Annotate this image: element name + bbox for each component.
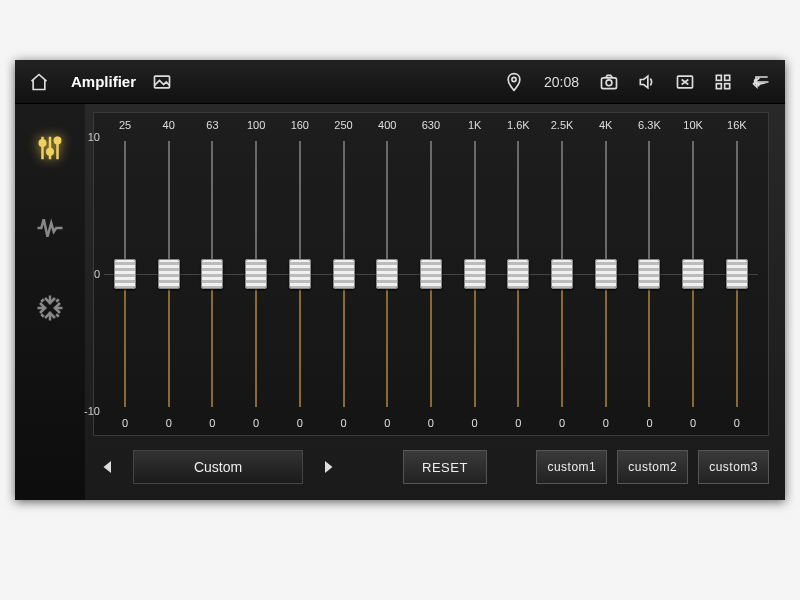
band-value: 0 (718, 417, 756, 429)
tick-max: 10 (80, 131, 100, 143)
eq-slider[interactable] (587, 135, 625, 413)
eq-slider[interactable] (193, 135, 231, 413)
freq-label: 250 (325, 119, 363, 131)
slider-knob[interactable] (551, 259, 573, 289)
freq-label: 630 (412, 119, 450, 131)
clock: 20:08 (544, 74, 579, 90)
preset-display[interactable]: Custom (133, 450, 303, 484)
svg-point-3 (606, 79, 612, 85)
body: 2540631001602504006301K1.6K2.5K4K6.3K10K… (15, 104, 785, 500)
slider-knob[interactable] (464, 259, 486, 289)
eq-slider[interactable] (237, 135, 275, 413)
band-value: 0 (325, 417, 363, 429)
preset-prev-button[interactable] (93, 452, 123, 482)
value-labels-row: 000000000000000 (104, 417, 758, 429)
slider-knob[interactable] (595, 259, 617, 289)
preset-next-button[interactable] (313, 452, 343, 482)
svg-point-9 (40, 140, 46, 146)
band-value: 0 (106, 417, 144, 429)
freq-label: 63 (193, 119, 231, 131)
svg-rect-5 (716, 75, 721, 80)
grid-icon[interactable] (711, 70, 735, 94)
band-value: 0 (193, 417, 231, 429)
freq-label: 40 (150, 119, 188, 131)
freq-labels-row: 2540631001602504006301K1.6K2.5K4K6.3K10K… (104, 119, 758, 131)
eq-slider[interactable] (281, 135, 319, 413)
band-value: 0 (674, 417, 712, 429)
freq-label: 160 (281, 119, 319, 131)
freq-label: 10K (674, 119, 712, 131)
eq-slider[interactable] (106, 135, 144, 413)
eq-slider[interactable] (718, 135, 756, 413)
sidebar-item-eq[interactable] (30, 128, 70, 168)
freq-label: 400 (368, 119, 406, 131)
svg-rect-8 (725, 83, 730, 88)
custom3-button[interactable]: custom3 (698, 450, 769, 484)
reset-button[interactable]: RESET (403, 450, 487, 484)
home-icon[interactable] (27, 70, 51, 94)
eq-slider[interactable] (325, 135, 363, 413)
custom1-button[interactable]: custom1 (536, 450, 607, 484)
main-panel: 2540631001602504006301K1.6K2.5K4K6.3K10K… (85, 104, 785, 500)
eq-tick-labels: 10 0 -10 (80, 131, 100, 417)
slider-knob[interactable] (638, 259, 660, 289)
eq-slider[interactable] (456, 135, 494, 413)
band-value: 0 (281, 417, 319, 429)
freq-label: 1K (456, 119, 494, 131)
svg-point-1 (512, 77, 516, 81)
slider-knob[interactable] (420, 259, 442, 289)
app-screen: Amplifier 20:08 (15, 60, 785, 500)
eq-panel: 2540631001602504006301K1.6K2.5K4K6.3K10K… (93, 112, 769, 436)
fader-icon (35, 293, 65, 323)
band-value: 0 (587, 417, 625, 429)
band-value: 0 (237, 417, 275, 429)
slider-knob[interactable] (158, 259, 180, 289)
slider-knob[interactable] (245, 259, 267, 289)
freq-label: 2.5K (543, 119, 581, 131)
camera-icon[interactable] (597, 70, 621, 94)
freq-label: 4K (587, 119, 625, 131)
slider-knob[interactable] (201, 259, 223, 289)
band-value: 0 (368, 417, 406, 429)
freq-label: 16K (718, 119, 756, 131)
preset-label: Custom (194, 459, 242, 475)
sidebar-item-fader[interactable] (30, 288, 70, 328)
freq-label: 25 (106, 119, 144, 131)
eq-slider[interactable] (499, 135, 537, 413)
eq-slider[interactable] (412, 135, 450, 413)
eq-slider[interactable] (368, 135, 406, 413)
slider-knob[interactable] (289, 259, 311, 289)
close-window-icon[interactable] (673, 70, 697, 94)
band-value: 0 (150, 417, 188, 429)
eq-sliders: 10 0 -10 (104, 131, 758, 417)
tick-mid: 0 (80, 268, 100, 280)
sidebar (15, 104, 85, 500)
slider-knob[interactable] (114, 259, 136, 289)
eq-slider[interactable] (543, 135, 581, 413)
custom2-button[interactable]: custom2 (617, 450, 688, 484)
picture-icon[interactable] (150, 70, 174, 94)
controls-row: Custom RESET custom1 custom2 custom3 (93, 444, 769, 490)
svg-rect-7 (716, 83, 721, 88)
eq-slider[interactable] (630, 135, 668, 413)
eq-slider[interactable] (674, 135, 712, 413)
wave-icon (35, 213, 65, 243)
freq-label: 100 (237, 119, 275, 131)
back-icon[interactable] (749, 70, 773, 94)
location-icon[interactable] (502, 70, 526, 94)
band-value: 0 (543, 417, 581, 429)
slider-knob[interactable] (333, 259, 355, 289)
slider-knob[interactable] (376, 259, 398, 289)
svg-point-11 (55, 138, 61, 144)
band-value: 0 (456, 417, 494, 429)
band-value: 0 (499, 417, 537, 429)
slider-knob[interactable] (682, 259, 704, 289)
sidebar-item-wave[interactable] (30, 208, 70, 248)
slider-knob[interactable] (726, 259, 748, 289)
volume-icon[interactable] (635, 70, 659, 94)
svg-rect-6 (725, 75, 730, 80)
eq-slider[interactable] (150, 135, 188, 413)
freq-label: 6.3K (630, 119, 668, 131)
triangle-left-icon (99, 458, 117, 476)
slider-knob[interactable] (507, 259, 529, 289)
